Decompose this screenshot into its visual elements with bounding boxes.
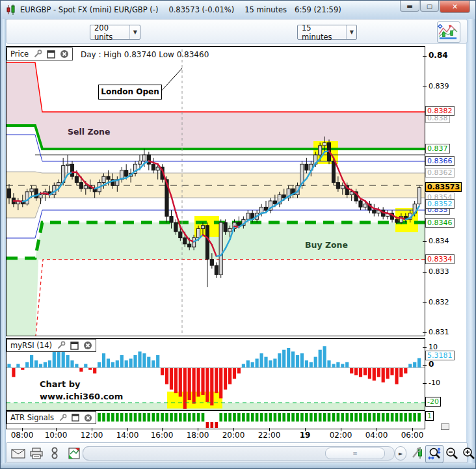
axis-tick [423, 383, 427, 384]
minimize-button[interactable]: ▬ [400, 1, 419, 12]
time-axis-tick [22, 428, 23, 431]
london-open-label: London Open [98, 85, 162, 100]
price-axis-label: 0.837 [425, 144, 450, 154]
atr-pane-header: ATR Signals [7, 411, 96, 424]
wrench-icon[interactable] [59, 414, 67, 422]
price-chart-canvas[interactable] [7, 47, 425, 336]
chevron-down-icon: ▼ [129, 25, 137, 39]
units-dropdown-value: 200 units [94, 23, 125, 42]
detach-window-icon[interactable] [47, 50, 55, 59]
axis-tick [423, 272, 427, 273]
zoom-out-button[interactable] [443, 445, 460, 462]
sell-zone-label: Sell Zone [68, 127, 110, 137]
time-axis-tick [198, 428, 198, 431]
atr-signal-bars [93, 413, 420, 428]
price-pane [6, 46, 425, 336]
buy-zone-label: Buy Zone [305, 240, 348, 250]
mid-band [7, 172, 425, 218]
price-axis-label: 0.83573 [425, 182, 462, 192]
scroll-right-button[interactable]: ► [395, 446, 406, 461]
time-axis-tick [412, 428, 413, 431]
candles [7, 137, 421, 287]
atr-tag-icon [441, 423, 449, 430]
rsi-pane-label: myRSI (14) [10, 341, 52, 350]
axis-tick [423, 302, 427, 303]
price-axis-label: 0.839 [429, 82, 449, 90]
zoom-drag-tool-button[interactable] [425, 445, 443, 463]
buy-zone-bottom-line [36, 260, 425, 336]
close-icon[interactable] [84, 414, 92, 422]
price-axis-label: 0.831 [429, 328, 449, 336]
rsi-axis-label: -10 [429, 379, 440, 387]
time-axis-label: 06:00 [401, 431, 424, 440]
time-axis-label: 20:00 [222, 431, 245, 440]
axis-tick [423, 365, 427, 366]
day-high-low-info: Day : High 0.83740 Low 0.83460 [81, 50, 209, 59]
rsi-axis-label: 5.3181 [425, 351, 455, 360]
print-icon[interactable] [29, 446, 44, 461]
buy-zone-area [7, 222, 425, 336]
link-icon[interactable] [47, 446, 62, 461]
time-axis-label: 10:00 [45, 431, 68, 440]
axis-tick [423, 347, 427, 348]
timeframe-dropdown[interactable]: 15 minutes ▼ [297, 25, 357, 40]
price-axis-label: 0.833 [429, 267, 449, 276]
detach-window-icon[interactable] [72, 414, 79, 422]
horizontal-scrollbar[interactable]: ≡ [83, 446, 395, 461]
price-pane-header: Price [7, 47, 73, 60]
time-axis-tick [341, 428, 341, 431]
maximize-button[interactable]: ▢ [420, 1, 439, 12]
watermark: Chart by www.ichi360.com [40, 378, 123, 403]
window-title-timeframe: 15 minutes [245, 5, 287, 14]
london-open-connector [160, 68, 182, 92]
rsi-axis-label: 0 [429, 360, 434, 369]
detach-window-icon[interactable] [70, 342, 79, 350]
units-dropdown[interactable]: 200 units ▼ [90, 25, 140, 40]
time-axis-label: 04:00 [365, 431, 388, 440]
price-axis-label: 0.832 [429, 298, 449, 306]
scrollbar-thumb[interactable]: ≡ [325, 448, 385, 459]
time-axis-tick [377, 428, 377, 431]
chevron-down-icon: ▼ [346, 25, 354, 39]
zoom-in-button[interactable] [460, 445, 476, 462]
close-icon[interactable] [60, 49, 69, 59]
price-axis-label: 0.8362 [425, 168, 455, 178]
window-left-border [1, 19, 6, 464]
bottom-toolbar: ◄ ≡ ► [6, 442, 468, 463]
export-chart-icon[interactable] [66, 446, 82, 461]
window-title-quote: 0.83573 (-0.01%) [168, 5, 234, 14]
window-title-instrument: EURGBP - Spot FX (mini) EUR/GBP (-) [20, 5, 158, 14]
wrench-icon[interactable] [57, 341, 66, 350]
window-bottom-border [1, 463, 476, 469]
window-right-border [466, 19, 475, 464]
watermark-line2: www.ichi360.com [40, 390, 123, 403]
close-button[interactable]: ✕ [440, 1, 470, 13]
title-bar: EURGBP - Spot FX (mini) EUR/GBP (-) 0.83… [1, 1, 476, 20]
top-toolbar: 200 units ▼ 15 minutes ▼ [6, 19, 468, 44]
close-icon[interactable] [83, 341, 92, 350]
time-axis-tick [127, 428, 128, 431]
axis-tick [423, 87, 427, 87]
chart-style-icon [438, 22, 458, 41]
email-icon[interactable] [10, 446, 26, 461]
price-axis-label: 0.8346 [425, 218, 455, 228]
time-axis-label: 19 [300, 431, 311, 440]
price-axis-label: 0.84 [429, 51, 448, 60]
time-axis-tick [269, 428, 270, 431]
time-axis-tick [92, 428, 92, 431]
chart-style-button[interactable] [437, 21, 460, 43]
price-axis-label: 0.8366 [425, 156, 455, 166]
rsi-axis-label: -20 [425, 397, 441, 407]
edit-candlestick-tool-icon[interactable] [410, 446, 425, 460]
axis-tick [423, 332, 427, 333]
time-axis-label: 22:00 [258, 431, 281, 440]
price-pane-label: Price [10, 49, 29, 59]
window-title-clock: 6:59 (21:59) [295, 5, 341, 14]
axis-tick [423, 56, 427, 57]
axis-tick [423, 241, 427, 242]
wrench-icon[interactable] [33, 49, 42, 59]
time-axis-label: 12:00 [81, 431, 103, 440]
window-controls: ▬ ▢ ✕ [399, 1, 470, 13]
rsi-pane-header: myRSI (14) [7, 339, 96, 352]
timeframe-dropdown-value: 15 minutes [302, 23, 341, 42]
